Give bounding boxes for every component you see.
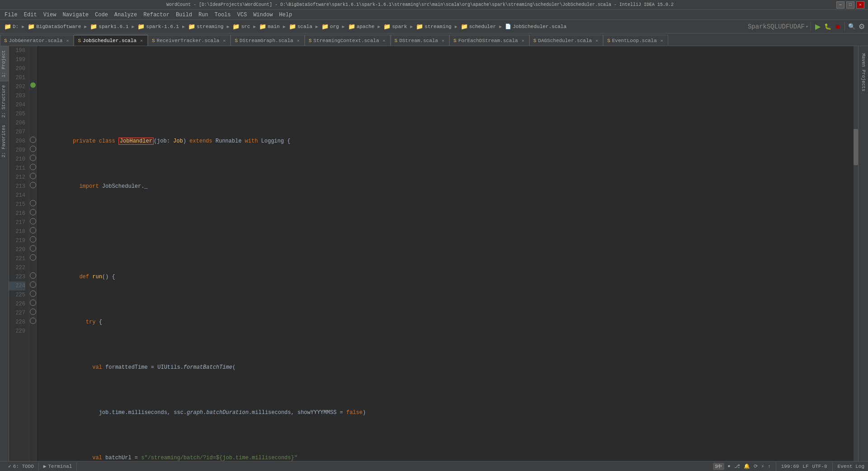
close-tab-receivertracker[interactable]: ✕: [223, 38, 226, 43]
favorites-panel-tab[interactable]: 2: Favorites: [0, 121, 9, 161]
toolbar-path-main[interactable]: 📁 main: [257, 22, 282, 31]
toolbar-path-src[interactable]: 📁 src: [230, 22, 252, 31]
menu-navigate[interactable]: Navigate: [60, 11, 91, 19]
power-icon: ⚡: [761, 463, 764, 469]
structure-panel-tab[interactable]: 2: Structure: [0, 81, 9, 121]
close-tab-dstreamgraph[interactable]: ✕: [297, 38, 300, 43]
menu-tools[interactable]: Tools: [212, 11, 234, 19]
tabs-bar: S JobGenerator.scala ✕ S JobScheduler.sc…: [0, 33, 868, 46]
menu-refactor[interactable]: Refactor: [141, 11, 172, 19]
menu-build[interactable]: Build: [173, 11, 195, 19]
toolbar-path-apache[interactable]: 📁 apache: [346, 22, 377, 31]
toolbar-path-streaming2[interactable]: 📁 streaming: [414, 22, 453, 31]
toolbar-path-spark161[interactable]: 📁 spark1.6.1: [88, 22, 131, 31]
code-editor[interactable]: private class JobHandler(job: Job) exten…: [37, 46, 854, 461]
menu-help[interactable]: Help: [276, 11, 295, 19]
terminal-tab[interactable]: ▶ Terminal: [39, 462, 77, 470]
tab-eventloop[interactable]: S EventLoop.scala ✕: [603, 35, 668, 46]
debug-button[interactable]: 🐛: [823, 22, 832, 31]
folder-icon: 📁: [188, 23, 195, 30]
menu-run[interactable]: Run: [196, 11, 211, 19]
todo-icon: ✓: [8, 463, 11, 469]
notification-icon: 🔔: [744, 463, 750, 469]
scala-icon-active: S: [78, 38, 81, 43]
maven-projects-panel[interactable]: Maven Projects: [858, 46, 868, 461]
tab-streamingcontext[interactable]: S StreamingContext.scala ✕: [305, 35, 391, 46]
toolbar-path-streaming[interactable]: 📁 streaming: [186, 22, 226, 31]
menu-vcs[interactable]: VCS: [235, 11, 250, 19]
scala-icon: S: [4, 38, 7, 43]
menu-window[interactable]: Window: [250, 11, 275, 19]
scala-icon: S: [607, 38, 610, 43]
event-log-label[interactable]: Event Log: [838, 464, 864, 469]
ime-dot: ●: [728, 464, 731, 469]
toolbar-path-scala[interactable]: 📁 scala: [287, 22, 315, 31]
code-line-202: def run() {: [40, 263, 850, 272]
menu-analyze[interactable]: Analyze: [112, 11, 140, 19]
app-title: WordCount - [D:\IdeaProjects\WordCount] …: [4, 2, 836, 7]
code-line-200: import JobScheduler._: [40, 173, 850, 182]
folder-icon: 📁: [232, 23, 240, 30]
minimize-button[interactable]: —: [836, 1, 844, 9]
toolbar-path-spark161b[interactable]: 📁 spark-1.6.1: [135, 22, 181, 31]
stop-button[interactable]: ■: [833, 22, 842, 31]
editor-area: 198 199 200 201 202 203 204 205 206 207 …: [9, 46, 858, 461]
folder-icon: 📁: [90, 23, 97, 30]
menu-view[interactable]: View: [41, 11, 59, 19]
scala-icon: S: [395, 38, 398, 43]
code-line-199: private class JobHandler(job: Job) exten…: [40, 128, 850, 137]
folder-icon: 📁: [383, 23, 391, 30]
scala-file-icon: 📄: [505, 24, 511, 29]
toolbar-path-file[interactable]: 📄 JobScheduler.scala: [503, 23, 569, 30]
tab-receivertracker[interactable]: S ReceiverTracker.scala ✕: [148, 35, 231, 46]
toolbar-run-config[interactable]: SparkSQLUDFUDAF: [748, 23, 805, 30]
close-tab-streamingcontext[interactable]: ✕: [383, 38, 386, 43]
status-left: ✓ 6: TODO ▶ Terminal: [4, 462, 77, 470]
menu-edit[interactable]: Edit: [21, 11, 40, 19]
line-ending: LF: [802, 464, 808, 469]
close-tab-jobgenerator[interactable]: ✕: [66, 38, 69, 43]
maximize-button[interactable]: □: [846, 1, 854, 9]
menu-file[interactable]: File: [2, 11, 20, 19]
toolbar: 📁 D: ▶ 📁 BigDataSoftware ▶ 📁 spark1.6.1 …: [0, 20, 868, 33]
terminal-icon: ▶: [43, 463, 47, 469]
close-tab-dstream[interactable]: ✕: [442, 38, 444, 43]
status-right: S中 ● ⎇ 🔔 ⟳ ⚡ ↑ 199:69 LF UTF-8 Event Log: [713, 462, 864, 471]
folder-icon: 📁: [348, 23, 355, 30]
scala-icon: S: [309, 38, 312, 43]
code-line-204: val formattedTime = UIUtils.formatBatchT…: [40, 354, 850, 363]
settings-button[interactable]: ⚙: [857, 22, 866, 31]
project-panel-tab[interactable]: 1: Project: [0, 46, 9, 81]
toolbar-path-org[interactable]: 📁 org: [319, 22, 341, 31]
toolbar-path-bigdata[interactable]: 📁 BigDataSoftware: [25, 22, 83, 31]
line-numbers: 198 199 200 201 202 203 204 205 206 207 …: [9, 46, 29, 461]
toolbar-path-scheduler[interactable]: 📁 scheduler: [458, 22, 498, 31]
main-layout: 1: Project 2: Structure 2: Favorites 198…: [0, 46, 868, 461]
folder-icon: 📁: [28, 23, 35, 30]
tab-jobgenerator[interactable]: S JobGenerator.scala ✕: [0, 35, 74, 46]
menu-code[interactable]: Code: [92, 11, 111, 19]
scrollbar-thumb[interactable]: [854, 129, 858, 165]
cursor-position: 199:69: [781, 464, 799, 469]
maven-projects-tab[interactable]: Maven Projects: [859, 50, 867, 95]
code-line-205: job.time.milliseconds, ssc.graph.batchDu…: [40, 399, 850, 408]
tab-foreachdstream[interactable]: S ForEachDStream.scala ✕: [449, 35, 529, 46]
close-button[interactable]: ✕: [856, 1, 864, 9]
run-button[interactable]: ▶: [813, 22, 822, 31]
toolbar-path-spark[interactable]: 📁 spark: [381, 22, 409, 31]
close-tab-foreachdstream[interactable]: ✕: [522, 38, 524, 43]
tab-dstream[interactable]: S DStream.scala ✕: [391, 35, 449, 46]
tab-dagscheduler[interactable]: S DAGScheduler.scala ✕: [529, 35, 603, 46]
todo-tab[interactable]: ✓ 6: TODO: [4, 462, 39, 470]
tab-jobscheduler[interactable]: S JobScheduler.scala ✕: [74, 35, 147, 46]
tab-dstreamgraph[interactable]: S DStreamGraph.scala ✕: [231, 35, 304, 46]
folder-icon: 📁: [4, 23, 11, 30]
vertical-scrollbar[interactable]: [854, 46, 858, 461]
close-tab-dagscheduler[interactable]: ✕: [595, 38, 598, 43]
search-button[interactable]: 🔍: [847, 22, 856, 31]
code-line-201: [40, 218, 850, 227]
close-tab-jobscheduler[interactable]: ✕: [140, 38, 143, 43]
code-line-206: val batchUrl = s"/streaming/batch/?id=${…: [40, 444, 850, 453]
close-tab-eventloop[interactable]: ✕: [660, 38, 663, 43]
scala-icon: S: [533, 38, 537, 43]
